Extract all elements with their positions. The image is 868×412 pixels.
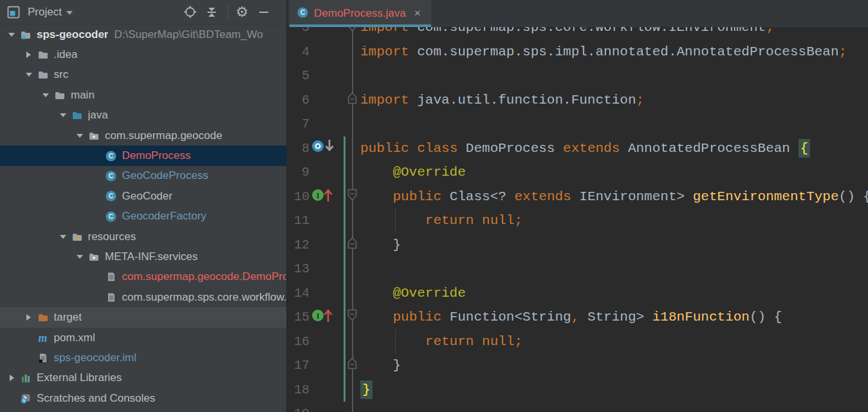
- tree-item-label: DemoProcess: [122, 149, 191, 162]
- fold-start-icon[interactable]: [347, 27, 357, 35]
- tree-item-com-supermap-geocode[interactable]: com.supermap.geocode: [0, 126, 286, 145]
- code-line-3[interactable]: 3import com.supermap.sps.core.workflow.I…: [288, 27, 868, 40]
- code-line-12[interactable]: 12 }: [288, 233, 868, 258]
- settings-gear-icon[interactable]: ⚙: [234, 4, 250, 21]
- code-line-19[interactable]: 19: [288, 402, 868, 412]
- folder-icon: [55, 90, 65, 100]
- code-line-4[interactable]: 4import com.supermap.sps.impl.annotated.…: [288, 40, 868, 64]
- code-text: public Class<? extends IEnvironment> get…: [360, 185, 868, 209]
- code-line-14[interactable]: 14 @Override: [288, 281, 868, 306]
- code-editor[interactable]: 3import com.supermap.sps.core.workflow.I…: [288, 27, 868, 412]
- project-folder-icon: [21, 30, 31, 40]
- tree-item-geocoder[interactable]: CGeoCoder: [0, 186, 286, 206]
- scratches-icon: [21, 393, 32, 404]
- tree-item-src[interactable]: src: [0, 65, 286, 85]
- fold-start-icon[interactable]: [347, 189, 357, 205]
- svg-text:C: C: [109, 172, 114, 180]
- code-line-9[interactable]: 9 @Override: [288, 160, 868, 185]
- line-number: 5: [288, 64, 309, 88]
- collapse-arrow-icon[interactable]: [26, 314, 31, 321]
- tree-item-external-libraries[interactable]: External Libraries: [0, 368, 286, 388]
- line-number: 13: [288, 257, 309, 281]
- code-line-11[interactable]: 11 return null;: [288, 209, 868, 233]
- svg-text:C: C: [109, 212, 114, 220]
- project-path-hint: D:\SuperMap\Git\BDTeam_Wo: [114, 28, 263, 41]
- tree-item--idea[interactable]: .idea: [0, 44, 286, 64]
- fold-end-icon[interactable]: [347, 237, 357, 253]
- code-line-8[interactable]: 8public class DemoProcess extends Annota…: [288, 136, 868, 161]
- tree-item-label: GeoCodeProcess: [122, 169, 208, 182]
- collapse-arrow-icon[interactable]: [26, 52, 31, 58]
- tab-demoprocess-java[interactable]: C DemoProcess.java ×: [290, 0, 431, 27]
- expand-arrow-icon[interactable]: [60, 113, 66, 117]
- tree-item-com-supermap-geocode-demoprocess[interactable]: com.supermap.geocode.DemoProcess: [0, 267, 286, 287]
- tree-item-scratches-and-consoles[interactable]: Scratches and Consoles: [0, 388, 286, 408]
- fold-end-icon[interactable]: [347, 92, 357, 108]
- tree-item-label: sps-geocoder: [37, 28, 108, 41]
- package-icon: [89, 131, 99, 141]
- tree-item-meta-inf-services[interactable]: META-INF.services: [0, 247, 286, 267]
- class-icon: C: [106, 211, 116, 222]
- code-text: public class DemoProcess extends Annotat…: [360, 136, 810, 161]
- expand-arrow-icon[interactable]: [77, 134, 83, 138]
- class-icon: C: [297, 7, 308, 18]
- tree-item-geocodeprocess[interactable]: CGeoCodeProcess: [0, 166, 286, 186]
- tree-item-main[interactable]: main: [0, 85, 286, 105]
- tree-item-resources[interactable]: resources: [0, 227, 286, 247]
- code-text: }: [360, 353, 401, 378]
- code-line-7[interactable]: 7: [288, 112, 868, 136]
- implementing-marker-icon[interactable]: I: [311, 306, 335, 328]
- code-line-13[interactable]: 13: [288, 257, 868, 281]
- expand-arrow-icon[interactable]: [60, 235, 66, 239]
- tree-item-java[interactable]: java: [0, 106, 286, 126]
- svg-text:I: I: [317, 191, 320, 200]
- implemented-marker-icon[interactable]: [311, 138, 335, 159]
- tree-item-label: External Libraries: [37, 371, 122, 384]
- line-number: 10: [288, 185, 309, 209]
- line-number: 6: [288, 88, 309, 113]
- resources-folder-icon: [72, 232, 82, 242]
- code-text: import com.supermap.sps.impl.annotated.A…: [360, 40, 847, 64]
- code-line-6[interactable]: 6import java.util.function.Function;: [288, 88, 868, 113]
- fold-start-icon[interactable]: [347, 309, 357, 325]
- line-number: 15: [288, 305, 309, 330]
- line-number: 14: [288, 281, 309, 306]
- code-line-18[interactable]: 18}: [288, 378, 868, 402]
- folder-icon: [38, 70, 48, 80]
- project-panel-header: Project ⚙: [0, 0, 286, 24]
- line-number: 19: [288, 402, 309, 412]
- tree-item-geocoderfactory[interactable]: CGeocoderFactory: [0, 207, 286, 227]
- code-line-16[interactable]: 16 return null;: [288, 330, 868, 354]
- code-text: import com.supermap.sps.core.workflow.IE…: [360, 27, 774, 40]
- tree-item-com-supermap-sps-core-workflow-iprocess[interactable]: com.supermap.sps.core.workflow.IProcess: [0, 287, 286, 307]
- chevron-down-icon[interactable]: [66, 11, 73, 15]
- tree-item-pom-xml[interactable]: mpom.xml: [0, 328, 286, 348]
- tree-item-sps-geocoder[interactable]: sps-geocoderD:\SuperMap\Git\BDTeam_Wo: [0, 24, 286, 44]
- text-file-icon: [106, 292, 116, 303]
- locate-icon[interactable]: [181, 4, 198, 21]
- code-text: public Function<String, String> i18nFunc…: [360, 305, 782, 330]
- fold-end-icon[interactable]: [347, 357, 357, 373]
- line-number: 16: [288, 330, 309, 354]
- code-line-5[interactable]: 5: [288, 64, 868, 88]
- expand-arrow-icon[interactable]: [77, 255, 83, 259]
- collapse-all-icon[interactable]: [203, 4, 220, 21]
- line-number: 7: [288, 112, 309, 136]
- expand-arrow-icon[interactable]: [8, 33, 15, 37]
- tree-item-sps-geocoder-iml[interactable]: sps-geocoder.iml: [0, 348, 286, 368]
- expand-arrow-icon[interactable]: [26, 73, 32, 77]
- tree-item-label: main: [71, 89, 95, 102]
- hide-icon[interactable]: [255, 4, 272, 21]
- code-line-15[interactable]: 15I public Function<String, String> i18n…: [288, 305, 868, 330]
- collapse-arrow-icon[interactable]: [10, 375, 14, 381]
- implementing-marker-icon[interactable]: I: [311, 186, 335, 207]
- folder-icon: [38, 50, 48, 60]
- tree-item-target[interactable]: target: [0, 307, 286, 327]
- editor-area: C DemoProcess.java × 3import com.superma…: [288, 0, 868, 412]
- close-icon[interactable]: ×: [414, 7, 421, 20]
- code-line-17[interactable]: 17 }: [288, 353, 868, 378]
- code-line-10[interactable]: 10I public Class<? extends IEnvironment>…: [288, 185, 868, 209]
- line-number: 3: [288, 27, 309, 40]
- tree-item-demoprocess[interactable]: CDemoProcess: [0, 145, 286, 165]
- expand-arrow-icon[interactable]: [42, 93, 49, 97]
